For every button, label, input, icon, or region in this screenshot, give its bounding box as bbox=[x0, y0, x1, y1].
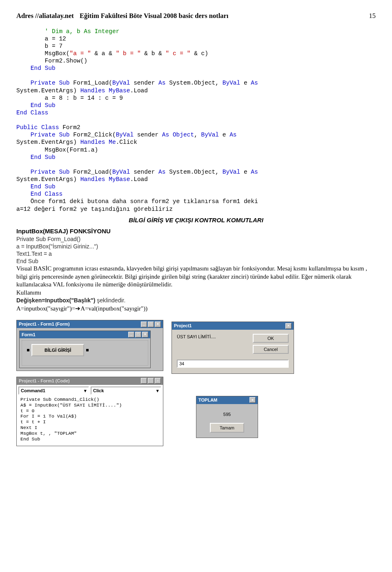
msgbox-value: 595 bbox=[223, 411, 231, 417]
inner-form-window: Form1 _ □ × BİLGİ GİRİŞİ bbox=[19, 331, 151, 369]
form-designer-title: Project1 - Form1 (Form) bbox=[19, 321, 70, 327]
chevron-down-icon: ▾ bbox=[84, 388, 87, 393]
example-code-1: Private Sub Form_Load() bbox=[16, 235, 376, 243]
usage-label: Kullanımı bbox=[16, 289, 376, 297]
tamam-button[interactable]: Tamam bbox=[210, 423, 244, 433]
resize-handle-icon[interactable] bbox=[86, 349, 89, 351]
close-icon[interactable]: × bbox=[285, 323, 292, 329]
inputbox-title: Project1 bbox=[174, 323, 192, 328]
code-window: Project1 - Form1 (Code) _ □ × Command1▾ … bbox=[16, 377, 163, 446]
inputbox-dialog: Project1 × ÜST SAYI LİMİTİ.... OK Cancel bbox=[172, 322, 294, 374]
object-combobox[interactable]: Command1▾ bbox=[18, 387, 89, 395]
inner-form-titlebar: Form1 _ □ × bbox=[20, 331, 150, 338]
close-icon[interactable]: × bbox=[155, 378, 161, 384]
usage-syntax-line: Değişken=Inputbox("Başlık") şeklindedir. bbox=[16, 297, 376, 305]
close-icon[interactable]: × bbox=[142, 332, 148, 337]
ok-button[interactable]: OK bbox=[253, 334, 289, 343]
maximize-icon[interactable]: □ bbox=[148, 322, 154, 327]
msgbox-titlebar: TOPLAM × bbox=[196, 396, 258, 404]
cancel-button[interactable]: Cancel bbox=[253, 345, 289, 354]
resize-handle-icon[interactable] bbox=[27, 349, 29, 351]
minimize-icon[interactable]: _ bbox=[141, 322, 147, 327]
minimize-icon[interactable]: _ bbox=[128, 332, 134, 337]
maximize-icon[interactable]: □ bbox=[148, 378, 154, 384]
event-combobox[interactable]: Click▾ bbox=[91, 387, 161, 395]
section-title: BİLGİ GİRİŞ VE ÇIKIŞI KONTROL KOMUTLARI bbox=[16, 216, 376, 224]
header-address: Adres //aliatalay.net bbox=[16, 12, 74, 20]
chevron-down-icon: ▾ bbox=[156, 388, 159, 393]
bilgi-girisi-button[interactable]: BİLGİ GİRİŞİ bbox=[31, 344, 84, 356]
header-title: Eğitim Fakültesi Böte Visual 2008 basic … bbox=[80, 12, 228, 20]
inputbox-field[interactable] bbox=[177, 360, 289, 368]
close-icon[interactable]: × bbox=[249, 397, 256, 403]
code-block-1: ' Dim a, b As Integer a = 12 b = 7 MsgBo… bbox=[16, 20, 376, 212]
code-window-title: Project1 - Form1 (Code) bbox=[19, 378, 70, 384]
inputbox-titlebar: Project1 × bbox=[172, 322, 294, 329]
ide-code-area[interactable]: Private Sub Command1_Click() A$ = InputB… bbox=[18, 395, 161, 444]
inputbox-prompt: ÜST SAYI LİMİTİ.... bbox=[177, 334, 216, 340]
minimize-icon[interactable]: _ bbox=[141, 378, 147, 384]
arrow-icon: ➔ bbox=[75, 305, 80, 312]
maximize-icon[interactable]: □ bbox=[135, 332, 141, 337]
example-code-3: Text1.Text = a bbox=[16, 250, 376, 257]
msgbox-dialog: TOPLAM × 595 Tamam bbox=[196, 396, 258, 438]
example-code-4: End Sub bbox=[16, 257, 376, 265]
function-heading: InputBox(MESAJ) FONKSİYONU bbox=[16, 227, 376, 235]
msgbox-title: TOPLAM bbox=[198, 397, 217, 403]
screenshots-row: Project1 - Form1 (Form) _ □ × Form1 _ □ … bbox=[16, 320, 376, 446]
usage-line-2: A=inputbox("sayıgir")=➔A=val(inputbox("s… bbox=[16, 305, 376, 313]
close-icon[interactable]: × bbox=[155, 322, 161, 327]
page-number: 15 bbox=[369, 11, 376, 20]
example-code-2: a = InputBox("İsminizi Giriniz...") bbox=[16, 243, 376, 250]
page-header: Adres //aliatalay.net Eğitim Fakültesi B… bbox=[16, 11, 376, 20]
form-designer-titlebar: Project1 - Form1 (Form) _ □ × bbox=[17, 320, 163, 328]
explanation-paragraph: Visual BASİC programının icrası esnasınd… bbox=[16, 265, 376, 289]
inner-form-title: Form1 bbox=[22, 332, 36, 337]
form-designer-window: Project1 - Form1 (Form) _ □ × Form1 _ □ … bbox=[16, 320, 163, 371]
form-canvas[interactable]: BİLGİ GİRİŞİ bbox=[20, 338, 150, 368]
usage-syntax-bold: Değişken=Inputbox("Başlık") bbox=[16, 297, 95, 304]
code-window-titlebar: Project1 - Form1 (Code) _ □ × bbox=[17, 377, 163, 384]
